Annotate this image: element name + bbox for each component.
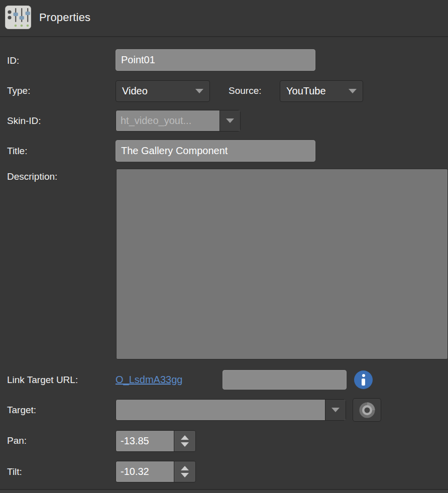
pan-spinbox[interactable] xyxy=(116,430,196,452)
info-icon-dot xyxy=(362,374,365,377)
info-icon[interactable] xyxy=(354,371,373,389)
type-label: Type: xyxy=(7,86,30,96)
type-select-value: Video xyxy=(122,85,148,97)
link-target-url-label: Link Target URL: xyxy=(7,375,78,385)
arrow-down-icon xyxy=(181,473,189,477)
tilt-input[interactable] xyxy=(116,466,174,477)
type-select[interactable]: Video xyxy=(116,80,210,102)
chevron-down-icon xyxy=(226,118,234,123)
header-separator xyxy=(0,36,448,37)
target-label: Target: xyxy=(7,405,36,415)
pan-field[interactable] xyxy=(116,431,174,451)
skin-id-dropdown-button[interactable] xyxy=(219,110,240,131)
link-target-url-link[interactable]: O_LsdmA33gg xyxy=(116,374,182,386)
page-title: Properties xyxy=(39,11,90,24)
mixer-sliders-icon xyxy=(5,6,31,29)
description-textarea[interactable] xyxy=(116,169,448,359)
tilt-field[interactable] xyxy=(116,461,174,482)
tilt-stepper[interactable] xyxy=(174,461,195,482)
id-input[interactable] xyxy=(116,49,315,71)
target-input[interactable] xyxy=(121,404,320,416)
pan-label: Pan: xyxy=(7,436,27,446)
panel-bottom-edge xyxy=(0,489,448,493)
chevron-down-icon xyxy=(331,408,340,412)
properties-panel: Properties ID: Type: Video Source: YouTu… xyxy=(0,0,448,493)
title-label: Title: xyxy=(7,146,27,156)
link-target-url-input[interactable] xyxy=(222,370,347,390)
pan-stepper[interactable] xyxy=(174,431,195,451)
source-select[interactable]: YouTube xyxy=(280,80,363,102)
target-combo[interactable] xyxy=(116,399,346,421)
description-label: Description: xyxy=(7,172,57,182)
tilt-spinbox[interactable] xyxy=(116,461,196,482)
skin-id-combo[interactable]: ht_video_yout... xyxy=(116,110,241,132)
target-dropdown-button[interactable] xyxy=(325,400,346,420)
arrow-up-icon xyxy=(181,466,189,470)
tilt-label: Tilt: xyxy=(7,467,22,477)
arrow-up-icon xyxy=(181,435,189,440)
id-label: ID: xyxy=(7,56,19,66)
title-input[interactable] xyxy=(116,140,315,162)
skin-id-label: Skin-ID: xyxy=(7,116,41,126)
skin-id-combo-value: ht_video_yout... xyxy=(116,110,219,131)
chevron-down-icon xyxy=(195,89,203,93)
info-icon-bar xyxy=(362,379,365,386)
target-combo-field[interactable] xyxy=(116,400,325,420)
chevron-down-icon xyxy=(349,89,357,93)
pan-input[interactable] xyxy=(116,435,174,447)
source-label: Source: xyxy=(229,86,261,96)
arrow-down-icon xyxy=(181,442,189,447)
source-select-value: YouTube xyxy=(286,85,326,97)
target-picker-icon xyxy=(358,401,376,419)
target-picker-button[interactable] xyxy=(353,398,381,422)
